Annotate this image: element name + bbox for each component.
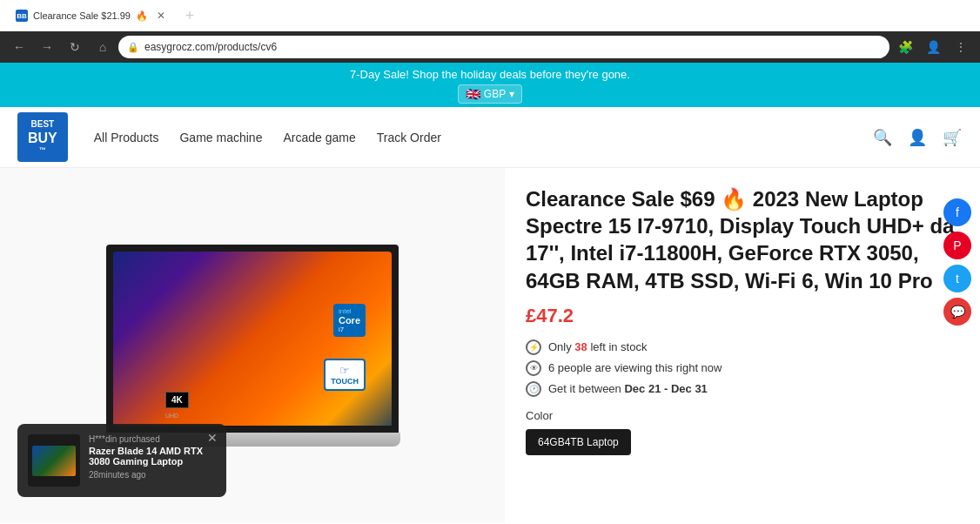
- extensions-icon[interactable]: 🧩: [893, 35, 917, 59]
- nav-right: 🔍 👤 🛒: [872, 127, 963, 148]
- viewers-text: 6 people are viewing this right now: [548, 361, 722, 374]
- logo-sub: ™: [39, 146, 46, 155]
- delivery-dates: Dec 21 - Dec 31: [624, 382, 707, 395]
- currency-selector[interactable]: 🇬🇧 GBP ▾: [458, 84, 522, 104]
- tab-title: Clearance Sale $21.99: [33, 10, 131, 21]
- popup-time: 28minutes ago: [89, 470, 216, 480]
- announcement-text: 7-Day Sale! Shop the holiday deals befor…: [0, 68, 980, 81]
- account-icon[interactable]: 👤: [907, 127, 928, 148]
- reload-button[interactable]: ↻: [63, 35, 87, 59]
- main-content: 4K UHD intel Core i7 ☞ TOUCH: [0, 168, 980, 523]
- touch-badge: ☞ TOUCH: [324, 359, 366, 391]
- viewers-icon: 👁: [526, 360, 541, 376]
- browser-chrome: BB Clearance Sale $21.99 🔥 ✕ + ← → ↻ ⌂ 🔒…: [0, 0, 980, 63]
- announcement-bar: 7-Day Sale! Shop the holiday deals befor…: [0, 63, 980, 107]
- tab-close-button[interactable]: ✕: [157, 10, 165, 22]
- color-option-button[interactable]: 64GB4TB Laptop: [526, 429, 631, 455]
- laptop-container: 4K UHD intel Core i7 ☞ TOUCH: [104, 245, 400, 447]
- tab-bar: BB Clearance Sale $21.99 🔥 ✕ +: [0, 0, 980, 31]
- product-info: ⚡ Only 38 left in stock 👁 6 people are v…: [526, 339, 959, 397]
- search-icon[interactable]: 🔍: [872, 127, 893, 148]
- cart-icon[interactable]: 🛒: [942, 127, 963, 148]
- active-tab[interactable]: BB Clearance Sale $21.99 🔥 ✕: [7, 3, 174, 28]
- nav-links: All Products Game machine Arcade game Tr…: [94, 131, 872, 144]
- fire-icon: 🔥: [721, 187, 747, 211]
- url-text: easygrocz.com/products/cv6: [144, 41, 277, 53]
- laptop-screen: 4K UHD intel Core i7 ☞ TOUCH: [113, 252, 392, 426]
- stock-icon: ⚡: [526, 339, 541, 355]
- lock-icon: 🔒: [127, 42, 139, 53]
- intel-badge: intel Core i7: [333, 304, 366, 337]
- browser-right-icons: 🧩 👤 ⋮: [893, 35, 973, 59]
- delivery-text: Get it between Dec 21 - Dec 31: [548, 382, 708, 395]
- popup-product-name: Razer Blade 14 AMD RTX 3080 Gaming Lapto…: [89, 446, 216, 467]
- new-tab-button[interactable]: +: [178, 3, 202, 28]
- popup-user: H***din purchased: [89, 434, 216, 444]
- flag-icon: 🇬🇧: [466, 87, 480, 101]
- social-sidebar: f P t 💬: [943, 198, 971, 326]
- nav-arcade-game[interactable]: Arcade game: [283, 131, 355, 144]
- forward-button[interactable]: →: [35, 35, 59, 59]
- delivery-icon: 🕐: [526, 381, 541, 397]
- address-bar-row: ← → ↻ ⌂ 🔒 easygrocz.com/products/cv6 🧩 👤…: [0, 31, 980, 63]
- badge-uhd: UHD: [165, 413, 178, 419]
- stock-count: 38: [574, 340, 587, 353]
- tab-favicon: BB: [16, 10, 28, 22]
- price-value: £47.2: [526, 305, 574, 326]
- nav-game-machine[interactable]: Game machine: [179, 131, 262, 144]
- profile-icon[interactable]: 👤: [921, 35, 945, 59]
- logo-top: BEST: [31, 119, 55, 130]
- currency-text: GBP: [484, 88, 506, 100]
- tab-fire-icon: 🔥: [136, 10, 148, 22]
- product-image-section: 4K UHD intel Core i7 ☞ TOUCH: [0, 168, 505, 523]
- chevron-down-icon: ▾: [509, 88, 514, 100]
- purchase-popup: H***din purchased Razer Blade 14 AMD RTX…: [17, 424, 226, 497]
- popup-product-image: [32, 446, 76, 476]
- product-details: Clearance Sale $69 🔥 2023 New Laptop Spe…: [505, 168, 980, 523]
- twitter-share-button[interactable]: t: [943, 265, 971, 292]
- nav-all-products[interactable]: All Products: [94, 131, 159, 144]
- facebook-share-button[interactable]: f: [943, 198, 971, 226]
- popup-close-button[interactable]: ✕: [207, 431, 218, 445]
- pinterest-share-button[interactable]: P: [943, 232, 971, 259]
- product-title: Clearance Sale $69 🔥 2023 New Laptop Spe…: [526, 185, 959, 294]
- popup-content: H***din purchased Razer Blade 14 AMD RTX…: [89, 434, 216, 487]
- badge-4k: 4K: [165, 392, 189, 408]
- popup-thumbnail: [28, 434, 80, 487]
- stock-info-row: ⚡ Only 38 left in stock: [526, 339, 959, 355]
- nav-bar: BEST BUY ™ All Products Game machine Arc…: [0, 107, 980, 168]
- delivery-info-row: 🕐 Get it between Dec 21 - Dec 31: [526, 381, 959, 397]
- chat-button[interactable]: 💬: [943, 298, 971, 326]
- stock-text: Only 38 left in stock: [548, 340, 647, 353]
- more-icon[interactable]: ⋮: [949, 35, 973, 59]
- color-label: Color: [526, 409, 959, 422]
- product-price: £47.2: [526, 305, 959, 327]
- logo[interactable]: BEST BUY ™: [17, 112, 68, 162]
- home-button[interactable]: ⌂: [91, 35, 115, 59]
- logo-main: BUY: [28, 130, 57, 146]
- back-button[interactable]: ←: [7, 35, 31, 59]
- viewers-info-row: 👁 6 people are viewing this right now: [526, 360, 959, 376]
- address-bar[interactable]: 🔒 easygrocz.com/products/cv6: [118, 36, 889, 58]
- nav-track-order[interactable]: Track Order: [377, 131, 441, 144]
- laptop-bezels: 4K UHD intel Core i7 ☞ TOUCH: [106, 245, 399, 433]
